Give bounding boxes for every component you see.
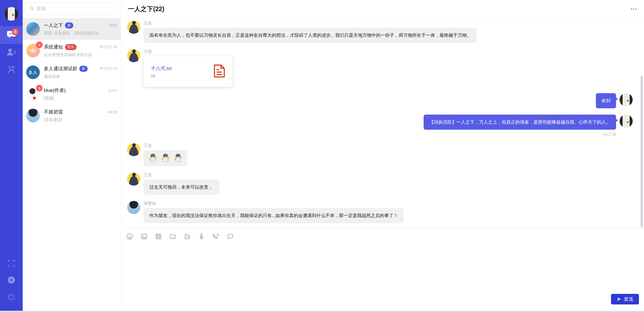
send-label: 发送 <box>624 296 633 302</box>
search-icon <box>29 5 35 12</box>
conversation-time: 11/21 <box>108 88 117 92</box>
user-avatar[interactable] <box>5 7 18 21</box>
gear-icon <box>7 276 16 285</box>
chat-header: 一人之下(22) <box>121 0 644 18</box>
conversation-time: 昨天01:29 <box>100 66 117 71</box>
message-bubble: 【回执消息】一人之下，万人之上，但真正的强者，是那些能够超越自我、心怀天下的人。 <box>424 115 616 130</box>
power-icon <box>8 293 15 301</box>
zhangchulan-avatar[interactable] <box>127 201 140 214</box>
sidebar-item-messages[interactable]: 8 <box>0 26 23 44</box>
message-zhangchulan-text: 张楚岚 作为朋友，现在的我没法保证救你逃出生天，我能保证的只有...如果你真的会… <box>127 201 633 223</box>
sidebar-item-contacts[interactable] <box>0 44 23 61</box>
search-box[interactable] <box>26 3 118 15</box>
wangye-avatar[interactable] <box>127 49 140 62</box>
sticker-bubble <box>144 150 187 166</box>
phone-call-icon[interactable] <box>212 233 220 240</box>
sender-name: 王也 <box>144 143 187 148</box>
chat-history-icon[interactable] <box>226 233 234 240</box>
chat-list-item-yirenzhixia[interactable]: 一人之下 群 刚刚 阿莲: 作为朋友，现在的我没法... <box>23 18 121 40</box>
conversation-preview: [语音通话] <box>44 117 117 123</box>
chat-list-item-blue-author[interactable]: 5 blue(作者) 11/21 [视频] <box>23 83 121 105</box>
message-wangye-stickers: 王也 <box>127 143 633 166</box>
conversation-preview: 后台管理仓库临时关闭公告 <box>44 52 117 58</box>
conversation-name: blue(作者) <box>44 87 66 94</box>
self-avatar[interactable] <box>620 93 633 106</box>
voice-message-icon[interactable] <box>198 233 205 240</box>
message-bubble: 虽有幸生而为人，也不要以万物灵长自居，正是这种妄自尊大的想法，才阻碍了人类的进步… <box>144 28 477 43</box>
conversation-time: 昨天12:39 <box>100 45 117 49</box>
more-dots-icon <box>630 8 637 10</box>
file-name: 十八式.txt <box>151 65 172 72</box>
sender-name: 王也 <box>144 172 220 178</box>
chat-main-panel: 一人之下(22) 王也 虽有幸生而为人，也不要以万物灵长自居，正是这种妄自尊大的… <box>121 0 644 312</box>
read-status: 3人已读 <box>424 132 616 137</box>
conversation-preview: [视频] <box>44 96 117 101</box>
scrollbar-thumb[interactable] <box>641 76 643 227</box>
contacts-icon <box>6 48 16 57</box>
unread-badge: 5 <box>36 85 43 91</box>
chat-list-item-system-notice[interactable]: 3 系统通知 官方 昨天12:39 后台管理仓库临时关闭公告 <box>23 40 121 61</box>
official-tag: 官方 <box>65 44 77 50</box>
message-bubble: 过去无可挽回，未来可以改变 。 <box>144 180 220 195</box>
chat-title: 一人之下(22) <box>128 5 164 13</box>
message-wangye-text: 王也 虽有幸生而为人，也不要以万物灵长自居，正是这种妄自尊大的想法，才阻碍了人类… <box>127 21 633 43</box>
group-avatar <box>26 22 40 36</box>
send-row: 发送 <box>121 294 644 312</box>
message-scroll-area: 王也 虽有幸生而为人，也不要以万物灵长自居，正是这种妄自尊大的想法，才阻碍了人类… <box>121 18 644 228</box>
chat-app-window: 8 <box>0 0 644 312</box>
more-menu-button[interactable] <box>630 8 637 10</box>
penguin-sticker <box>148 153 158 164</box>
speaker-icon <box>30 48 36 54</box>
message-bubble: 作为朋友，现在的我没法保证救你逃出生天，我能保证的只有...如果你真的会遭遇到什… <box>144 208 403 223</box>
file-folder-icon[interactable] <box>169 233 177 240</box>
wangye-avatar[interactable] <box>127 172 140 186</box>
chat-list-item-buyaobilian[interactable]: 不摇碧莲 09/28 [语音通话] <box>23 105 121 126</box>
sidebar: 8 <box>0 0 23 312</box>
wangye-avatar[interactable] <box>127 21 140 34</box>
message-wangye-text2: 王也 过去无可挽回，未来可以改变 。 <box>127 172 633 195</box>
conversation-list-panel: 一人之下 群 刚刚 阿莲: 作为朋友，现在的我没法... 3 <box>23 0 121 312</box>
fullscreen-button[interactable] <box>0 256 23 272</box>
conversation-preview: 通话结束 <box>44 74 117 79</box>
sender-name: 张楚岚 <box>144 201 403 206</box>
groups-icon <box>6 65 17 75</box>
message-wangye-file: 王也 十八式.txt 0B <box>127 49 633 87</box>
text-file-icon <box>213 64 225 79</box>
power-button[interactable] <box>0 289 23 305</box>
conversation-name: 一人之下 <box>44 22 63 29</box>
penguin-sticker <box>173 153 183 164</box>
unread-total-badge: 8 <box>12 28 19 35</box>
sidebar-item-groups[interactable] <box>0 61 23 79</box>
search-input[interactable] <box>37 6 114 11</box>
conversation-name: 系统通知 <box>44 44 63 50</box>
chat-list-item-multi-call-group[interactable]: 多人 多人通话测试群 群 昨天01:29 通话结束 <box>23 61 121 83</box>
paper-plane-icon <box>617 297 622 302</box>
settings-button[interactable] <box>0 272 23 289</box>
composer-toolbar <box>121 228 644 243</box>
multi-call-avatar: 多人 <box>26 65 40 79</box>
file-attachment-card[interactable]: 十八式.txt 0B <box>144 56 232 87</box>
message-input[interactable] <box>121 243 644 294</box>
screenshot-icon[interactable] <box>183 233 191 240</box>
fullscreen-icon <box>8 260 15 268</box>
emoji-icon[interactable] <box>126 233 133 240</box>
conversation-preview: 阿莲: 作为朋友，现在的我没法... <box>44 31 117 36</box>
send-button[interactable]: 发送 <box>611 294 639 304</box>
wangye-avatar[interactable] <box>127 143 140 156</box>
group-tag: 群 <box>65 22 73 28</box>
penguin-sticker <box>160 153 171 164</box>
buyaobilian-avatar <box>26 109 40 122</box>
group-tag: 群 <box>79 66 88 72</box>
sender-name: 王也 <box>144 49 232 54</box>
conversation-time: 刚刚 <box>110 23 117 28</box>
unread-badge: 3 <box>36 42 43 48</box>
self-avatar[interactable] <box>620 115 633 128</box>
window-bottom-edge <box>0 311 644 312</box>
video-icon[interactable] <box>155 233 162 240</box>
sender-name: 王也 <box>144 21 477 26</box>
message-self-receipt: 【回执消息】一人之下，万人之上，但真正的强者，是那些能够超越自我、心怀天下的人。… <box>127 115 633 137</box>
composer: 发送 <box>121 228 644 312</box>
conversation-name: 多人通话测试群 <box>44 65 77 72</box>
file-size: 0B <box>151 74 172 78</box>
image-icon[interactable] <box>140 233 148 240</box>
